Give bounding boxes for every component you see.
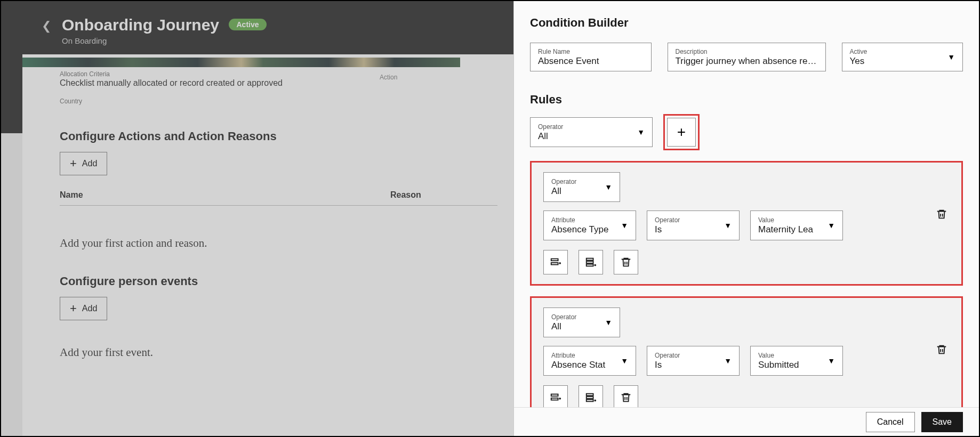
condition-builder-title: Condition Builder — [530, 16, 963, 30]
chevron-down-icon: ▼ — [621, 357, 628, 365]
divider — [60, 205, 497, 206]
chevron-down-icon: ▼ — [828, 357, 835, 365]
delete-group-1-button[interactable] — [936, 208, 947, 223]
svg-rect-7 — [587, 394, 593, 396]
chevron-down-icon: ▼ — [637, 128, 645, 136]
svg-rect-2 — [587, 258, 593, 261]
value-label: Value — [758, 216, 835, 224]
page-subtitle: On Boarding — [62, 36, 267, 45]
description-value: Trigger journey when absence reque — [676, 56, 818, 67]
save-button[interactable]: Save — [921, 412, 963, 432]
root-operator-field[interactable]: Operator All ▼ — [530, 117, 653, 147]
operator-label: Operator — [551, 178, 612, 185]
delete-condition-button[interactable] — [614, 250, 638, 274]
rule-name-label: Rule Name — [538, 48, 644, 55]
chevron-down-icon: ▼ — [605, 183, 612, 191]
rules-title: Rules — [530, 93, 963, 107]
left-content: Allocation Criteria Action Checklist man… — [22, 58, 513, 436]
group2-operator-field[interactable]: Operator All ▼ — [543, 307, 620, 337]
svg-rect-8 — [587, 396, 593, 399]
chevron-down-icon: ▼ — [621, 221, 628, 230]
delete-group-2-button[interactable] — [936, 344, 947, 359]
rule-group-1: Operator All ▼ Attribute Absence Type ▼ … — [530, 161, 963, 286]
col-name: Name — [60, 190, 390, 200]
dark-gutter — [1, 54, 22, 436]
back-icon[interactable]: ❮ — [42, 19, 51, 33]
add-label: Add — [82, 159, 97, 168]
top-fields-row: Rule Name Absence Event Description Trig… — [530, 43, 963, 71]
add-condition-button[interactable] — [543, 250, 568, 274]
section-events-title: Configure person events — [60, 274, 497, 288]
svg-rect-9 — [587, 400, 593, 402]
active-label: Active — [850, 48, 955, 55]
svg-rect-1 — [551, 263, 558, 265]
group1-attribute-value: Absence Type — [551, 224, 628, 235]
description-label: Description — [676, 48, 818, 55]
group2-action-icons — [543, 385, 950, 410]
page-title: Onboarding Journey — [62, 16, 219, 34]
decorative-strip — [22, 58, 460, 67]
group2-value-value: Submitted — [758, 360, 835, 370]
svg-rect-0 — [551, 259, 558, 261]
chevron-down-icon: ▼ — [605, 318, 612, 327]
svg-rect-6 — [551, 398, 558, 400]
group2-operator2-field[interactable]: Operator Is ▼ — [647, 346, 740, 376]
plus-icon: + — [70, 158, 77, 169]
svg-rect-3 — [587, 261, 593, 263]
group1-attribute-field[interactable]: Attribute Absence Type ▼ — [543, 211, 636, 240]
add-label-2: Add — [82, 304, 97, 313]
action-label: Action — [380, 74, 397, 81]
operator-label: Operator — [538, 123, 645, 131]
attribute-label: Attribute — [551, 216, 628, 224]
operator-value: All — [538, 131, 645, 142]
operator-label: Operator — [551, 313, 612, 321]
condition-builder-panel: Condition Builder Rule Name Absence Even… — [513, 1, 979, 436]
rules-top-row: Operator All ▼ + — [530, 114, 963, 150]
svg-rect-4 — [587, 264, 593, 266]
group2-operator2-value: Is — [655, 360, 732, 370]
chevron-down-icon: ▼ — [828, 221, 835, 230]
operator-label: Operator — [655, 216, 732, 224]
chevron-down-icon: ▼ — [724, 357, 732, 365]
rule-name-field[interactable]: Rule Name Absence Event — [530, 43, 652, 71]
group2-attribute-value: Absence Stat — [551, 360, 628, 370]
panel-footer: Cancel Save — [514, 407, 979, 436]
group1-operator-field[interactable]: Operator All ▼ — [543, 172, 620, 202]
group2-attribute-field[interactable]: Attribute Absence Stat ▼ — [543, 346, 636, 376]
page-header: ❮ Onboarding Journey Active On Boarding — [1, 1, 513, 54]
group1-value-value: Maternity Lea — [758, 224, 835, 235]
add-condition-button[interactable] — [543, 385, 568, 410]
active-value: Yes — [850, 56, 955, 67]
rule-name-value: Absence Event — [538, 56, 644, 67]
svg-rect-5 — [551, 394, 558, 396]
section-actions-title: Configure Actions and Action Reasons — [60, 130, 497, 143]
active-field[interactable]: Active Yes ▼ — [842, 43, 963, 71]
title-block: Onboarding Journey Active On Boarding — [62, 16, 267, 45]
add-group-button[interactable] — [579, 385, 603, 410]
group1-operator2-field[interactable]: Operator Is ▼ — [647, 211, 740, 240]
add-event-button[interactable]: + Add — [60, 297, 107, 320]
cancel-button[interactable]: Cancel — [866, 412, 915, 432]
value-label: Value — [758, 352, 835, 359]
actions-table-header: Name Reason — [60, 190, 497, 200]
group1-operator2-value: Is — [655, 224, 732, 235]
add-rule-group-button[interactable]: + — [667, 118, 696, 147]
allocation-criteria-value: Checklist manually allocated or record c… — [60, 78, 497, 88]
chevron-down-icon: ▼ — [724, 221, 732, 230]
group2-condition-row: Attribute Absence Stat ▼ Operator Is ▼ V… — [543, 346, 950, 376]
rule-group-2: Operator All ▼ Attribute Absence Stat ▼ … — [530, 296, 963, 421]
actions-placeholder: Add your first action and reason. — [60, 237, 497, 250]
highlight-box: + — [663, 114, 700, 150]
group2-value-field[interactable]: Value Submitted ▼ — [750, 346, 843, 376]
description-field[interactable]: Description Trigger journey when absence… — [668, 43, 826, 71]
group1-action-icons — [543, 250, 950, 274]
add-action-button[interactable]: + Add — [60, 152, 107, 175]
app-root: ❮ Onboarding Journey Active On Boarding … — [1, 1, 979, 436]
group1-value-field[interactable]: Value Maternity Lea ▼ — [750, 211, 843, 240]
delete-condition-button[interactable] — [614, 385, 638, 410]
group2-operator-value: All — [551, 321, 612, 332]
status-badge: Active — [229, 19, 266, 30]
add-group-button[interactable] — [579, 250, 603, 274]
group1-operator-value: All — [551, 186, 612, 197]
left-panel: ❮ Onboarding Journey Active On Boarding … — [1, 1, 513, 436]
